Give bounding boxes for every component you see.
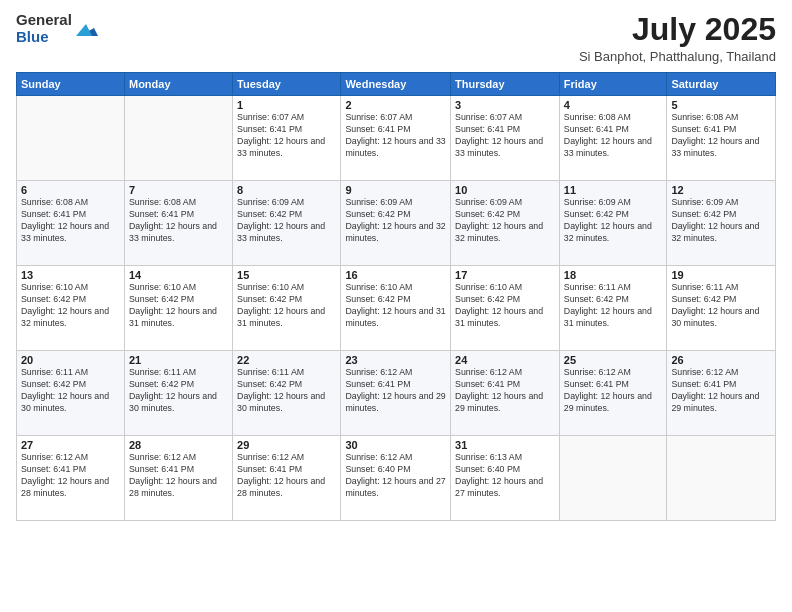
calendar-cell: 19Sunrise: 6:11 AM Sunset: 6:42 PM Dayli…	[667, 266, 776, 351]
weekday-header: Thursday	[451, 73, 560, 96]
calendar-cell	[17, 96, 125, 181]
calendar-cell: 31Sunrise: 6:13 AM Sunset: 6:40 PM Dayli…	[451, 436, 560, 521]
calendar-cell: 1Sunrise: 6:07 AM Sunset: 6:41 PM Daylig…	[233, 96, 341, 181]
day-number: 11	[564, 184, 663, 196]
day-number: 6	[21, 184, 120, 196]
calendar-week-row: 20Sunrise: 6:11 AM Sunset: 6:42 PM Dayli…	[17, 351, 776, 436]
title-block: July 2025 Si Banphot, Phatthalung, Thail…	[579, 12, 776, 64]
day-number: 20	[21, 354, 120, 366]
weekday-header: Monday	[124, 73, 232, 96]
subtitle: Si Banphot, Phatthalung, Thailand	[579, 49, 776, 64]
day-info: Sunrise: 6:09 AM Sunset: 6:42 PM Dayligh…	[237, 197, 336, 245]
calendar-cell: 20Sunrise: 6:11 AM Sunset: 6:42 PM Dayli…	[17, 351, 125, 436]
page: General Blue July 2025 Si Banphot, Phatt…	[0, 0, 792, 612]
day-info: Sunrise: 6:11 AM Sunset: 6:42 PM Dayligh…	[129, 367, 228, 415]
day-number: 23	[345, 354, 446, 366]
day-number: 7	[129, 184, 228, 196]
calendar-cell: 15Sunrise: 6:10 AM Sunset: 6:42 PM Dayli…	[233, 266, 341, 351]
day-info: Sunrise: 6:11 AM Sunset: 6:42 PM Dayligh…	[671, 282, 771, 330]
logo-blue: Blue	[16, 29, 72, 46]
calendar-cell: 4Sunrise: 6:08 AM Sunset: 6:41 PM Daylig…	[559, 96, 667, 181]
day-number: 26	[671, 354, 771, 366]
day-info: Sunrise: 6:07 AM Sunset: 6:41 PM Dayligh…	[455, 112, 555, 160]
calendar-cell: 29Sunrise: 6:12 AM Sunset: 6:41 PM Dayli…	[233, 436, 341, 521]
day-number: 29	[237, 439, 336, 451]
calendar-cell: 14Sunrise: 6:10 AM Sunset: 6:42 PM Dayli…	[124, 266, 232, 351]
day-number: 10	[455, 184, 555, 196]
day-info: Sunrise: 6:09 AM Sunset: 6:42 PM Dayligh…	[455, 197, 555, 245]
day-number: 21	[129, 354, 228, 366]
calendar-cell: 9Sunrise: 6:09 AM Sunset: 6:42 PM Daylig…	[341, 181, 451, 266]
calendar-cell: 18Sunrise: 6:11 AM Sunset: 6:42 PM Dayli…	[559, 266, 667, 351]
day-number: 5	[671, 99, 771, 111]
day-number: 24	[455, 354, 555, 366]
day-number: 9	[345, 184, 446, 196]
day-number: 18	[564, 269, 663, 281]
day-info: Sunrise: 6:12 AM Sunset: 6:41 PM Dayligh…	[671, 367, 771, 415]
day-info: Sunrise: 6:12 AM Sunset: 6:41 PM Dayligh…	[237, 452, 336, 500]
calendar-table: SundayMondayTuesdayWednesdayThursdayFrid…	[16, 72, 776, 521]
calendar-cell: 7Sunrise: 6:08 AM Sunset: 6:41 PM Daylig…	[124, 181, 232, 266]
calendar-cell: 12Sunrise: 6:09 AM Sunset: 6:42 PM Dayli…	[667, 181, 776, 266]
day-info: Sunrise: 6:10 AM Sunset: 6:42 PM Dayligh…	[237, 282, 336, 330]
day-info: Sunrise: 6:09 AM Sunset: 6:42 PM Dayligh…	[671, 197, 771, 245]
day-info: Sunrise: 6:07 AM Sunset: 6:41 PM Dayligh…	[237, 112, 336, 160]
day-number: 16	[345, 269, 446, 281]
calendar-cell: 10Sunrise: 6:09 AM Sunset: 6:42 PM Dayli…	[451, 181, 560, 266]
calendar-cell: 3Sunrise: 6:07 AM Sunset: 6:41 PM Daylig…	[451, 96, 560, 181]
weekday-row: SundayMondayTuesdayWednesdayThursdayFrid…	[17, 73, 776, 96]
day-number: 15	[237, 269, 336, 281]
day-number: 14	[129, 269, 228, 281]
calendar-cell: 16Sunrise: 6:10 AM Sunset: 6:42 PM Dayli…	[341, 266, 451, 351]
day-number: 13	[21, 269, 120, 281]
day-number: 25	[564, 354, 663, 366]
calendar-cell: 21Sunrise: 6:11 AM Sunset: 6:42 PM Dayli…	[124, 351, 232, 436]
day-number: 31	[455, 439, 555, 451]
weekday-header: Friday	[559, 73, 667, 96]
calendar-cell: 24Sunrise: 6:12 AM Sunset: 6:41 PM Dayli…	[451, 351, 560, 436]
calendar-cell	[667, 436, 776, 521]
day-info: Sunrise: 6:12 AM Sunset: 6:40 PM Dayligh…	[345, 452, 446, 500]
calendar-cell: 6Sunrise: 6:08 AM Sunset: 6:41 PM Daylig…	[17, 181, 125, 266]
calendar-cell: 30Sunrise: 6:12 AM Sunset: 6:40 PM Dayli…	[341, 436, 451, 521]
day-info: Sunrise: 6:10 AM Sunset: 6:42 PM Dayligh…	[345, 282, 446, 330]
calendar-body: 1Sunrise: 6:07 AM Sunset: 6:41 PM Daylig…	[17, 96, 776, 521]
day-info: Sunrise: 6:11 AM Sunset: 6:42 PM Dayligh…	[21, 367, 120, 415]
day-number: 12	[671, 184, 771, 196]
day-info: Sunrise: 6:12 AM Sunset: 6:41 PM Dayligh…	[345, 367, 446, 415]
svg-marker-1	[76, 24, 92, 36]
calendar-cell: 11Sunrise: 6:09 AM Sunset: 6:42 PM Dayli…	[559, 181, 667, 266]
day-info: Sunrise: 6:12 AM Sunset: 6:41 PM Dayligh…	[455, 367, 555, 415]
day-number: 4	[564, 99, 663, 111]
weekday-header: Sunday	[17, 73, 125, 96]
day-info: Sunrise: 6:11 AM Sunset: 6:42 PM Dayligh…	[564, 282, 663, 330]
calendar-week-row: 1Sunrise: 6:07 AM Sunset: 6:41 PM Daylig…	[17, 96, 776, 181]
calendar-cell: 13Sunrise: 6:10 AM Sunset: 6:42 PM Dayli…	[17, 266, 125, 351]
day-info: Sunrise: 6:10 AM Sunset: 6:42 PM Dayligh…	[21, 282, 120, 330]
day-info: Sunrise: 6:12 AM Sunset: 6:41 PM Dayligh…	[129, 452, 228, 500]
day-number: 8	[237, 184, 336, 196]
calendar-cell: 26Sunrise: 6:12 AM Sunset: 6:41 PM Dayli…	[667, 351, 776, 436]
calendar-cell: 2Sunrise: 6:07 AM Sunset: 6:41 PM Daylig…	[341, 96, 451, 181]
day-info: Sunrise: 6:08 AM Sunset: 6:41 PM Dayligh…	[21, 197, 120, 245]
calendar-cell: 17Sunrise: 6:10 AM Sunset: 6:42 PM Dayli…	[451, 266, 560, 351]
calendar-header: SundayMondayTuesdayWednesdayThursdayFrid…	[17, 73, 776, 96]
day-number: 17	[455, 269, 555, 281]
calendar-cell	[559, 436, 667, 521]
calendar-week-row: 13Sunrise: 6:10 AM Sunset: 6:42 PM Dayli…	[17, 266, 776, 351]
header: General Blue July 2025 Si Banphot, Phatt…	[16, 12, 776, 64]
day-info: Sunrise: 6:13 AM Sunset: 6:40 PM Dayligh…	[455, 452, 555, 500]
day-number: 19	[671, 269, 771, 281]
logo: General Blue	[16, 12, 98, 45]
calendar-cell: 28Sunrise: 6:12 AM Sunset: 6:41 PM Dayli…	[124, 436, 232, 521]
logo-text: General Blue	[16, 12, 72, 45]
calendar-cell	[124, 96, 232, 181]
logo-general: General	[16, 12, 72, 29]
calendar-cell: 8Sunrise: 6:09 AM Sunset: 6:42 PM Daylig…	[233, 181, 341, 266]
calendar-week-row: 27Sunrise: 6:12 AM Sunset: 6:41 PM Dayli…	[17, 436, 776, 521]
day-number: 27	[21, 439, 120, 451]
calendar-cell: 23Sunrise: 6:12 AM Sunset: 6:41 PM Dayli…	[341, 351, 451, 436]
weekday-header: Saturday	[667, 73, 776, 96]
day-info: Sunrise: 6:11 AM Sunset: 6:42 PM Dayligh…	[237, 367, 336, 415]
day-info: Sunrise: 6:07 AM Sunset: 6:41 PM Dayligh…	[345, 112, 446, 160]
